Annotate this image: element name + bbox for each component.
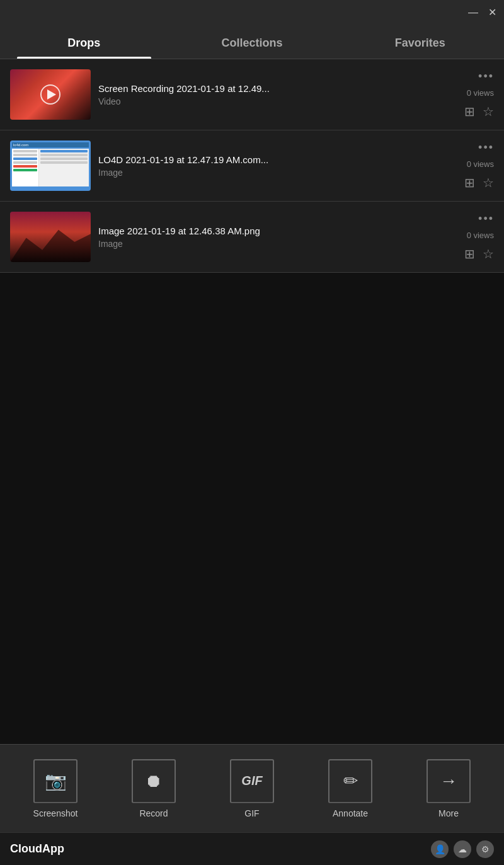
- thumbnail-1[interactable]: [10, 69, 91, 120]
- tree-thumbnail: [10, 212, 91, 262]
- record-icon-wrapper: ⏺: [132, 759, 176, 803]
- more-arrow-icon: →: [440, 771, 457, 791]
- tab-collections[interactable]: Collections: [168, 25, 336, 59]
- views-count-3: 0 views: [467, 231, 494, 240]
- app-name: CloudApp: [10, 842, 64, 856]
- views-count-1: 0 views: [467, 88, 494, 98]
- tool-more[interactable]: → More: [399, 759, 498, 818]
- tab-bar: Drops Collections Favorites: [0, 25, 504, 59]
- more-menu-1[interactable]: •••: [478, 71, 494, 82]
- drops-list: Screen Recording 2021-01-19 at 12.49... …: [0, 59, 504, 865]
- tool-record[interactable]: ⏺ Record: [105, 759, 203, 818]
- thumbnail-2[interactable]: lo4d.com: [10, 140, 91, 191]
- drop-actions-3: ••• 0 views ⊞ ☆: [437, 213, 494, 261]
- add-to-collection-icon-2[interactable]: ⊞: [464, 175, 475, 190]
- bottom-toolbar: 📷 Screenshot ⏺ Record GIF GIF ✏: [0, 744, 504, 832]
- more-menu-2[interactable]: •••: [478, 142, 494, 153]
- drop-info-1: Screen Recording 2021-01-19 at 12.49... …: [91, 83, 437, 106]
- more-icon-wrapper: →: [427, 759, 471, 803]
- drop-actions-1: ••• 0 views ⊞ ☆: [437, 71, 494, 119]
- screenshot-icon: 📷: [45, 770, 67, 791]
- status-bar-right: 👤 ☁ ⚙: [431, 840, 494, 858]
- annotate-icon-wrapper: ✏: [328, 759, 372, 803]
- cloud-icon: ☁: [454, 840, 471, 858]
- screenshot-label: Screenshot: [33, 808, 78, 818]
- more-label: More: [438, 808, 459, 818]
- play-triangle-icon: [47, 89, 56, 100]
- gif-label: GIF: [244, 808, 259, 818]
- add-to-collection-icon-3[interactable]: ⊞: [464, 246, 475, 261]
- tool-annotate[interactable]: ✏ Annotate: [301, 759, 399, 818]
- tab-drops[interactable]: Drops: [0, 25, 168, 59]
- drop-type-3: Image: [98, 239, 430, 249]
- drop-title-2: LO4D 2021-01-19 at 12.47.19 AM.com...: [98, 154, 430, 165]
- action-icons-1: ⊞ ☆: [464, 104, 494, 119]
- annotate-label: Annotate: [333, 808, 368, 818]
- video-thumbnail: [10, 69, 91, 120]
- gif-icon-wrapper: GIF: [230, 759, 274, 803]
- minimize-button[interactable]: —: [468, 8, 478, 18]
- play-button: [40, 84, 60, 105]
- empty-content-area: [0, 273, 504, 744]
- items-container: Screen Recording 2021-01-19 at 12.49... …: [0, 59, 504, 273]
- title-bar: — ✕: [0, 0, 504, 25]
- record-icon: ⏺: [145, 770, 163, 791]
- gif-icon: GIF: [241, 774, 262, 788]
- tool-screenshot[interactable]: 📷 Screenshot: [6, 759, 105, 818]
- drop-type-1: Video: [98, 96, 430, 106]
- action-icons-2: ⊞ ☆: [464, 175, 494, 190]
- add-to-collection-icon-1[interactable]: ⊞: [464, 104, 475, 119]
- annotate-icon: ✏: [343, 770, 358, 791]
- drop-type-2: Image: [98, 168, 430, 178]
- action-icons-3: ⊞ ☆: [464, 246, 494, 261]
- favorite-icon-2[interactable]: ☆: [483, 175, 494, 190]
- tool-gif[interactable]: GIF GIF: [203, 759, 301, 818]
- drop-title-1: Screen Recording 2021-01-19 at 12.49...: [98, 83, 430, 94]
- webpage-thumbnail: lo4d.com: [10, 140, 91, 191]
- user-avatar-icon[interactable]: 👤: [431, 840, 449, 858]
- drop-actions-2: ••• 0 views ⊞ ☆: [437, 142, 494, 190]
- drop-item-1: Screen Recording 2021-01-19 at 12.49... …: [0, 59, 504, 130]
- record-label: Record: [139, 808, 168, 818]
- settings-icon[interactable]: ⚙: [476, 840, 494, 858]
- drop-title-3: Image 2021-01-19 at 12.46.38 AM.png: [98, 226, 430, 236]
- close-button[interactable]: ✕: [488, 8, 496, 18]
- tab-favorites[interactable]: Favorites: [336, 25, 504, 59]
- views-count-2: 0 views: [467, 159, 494, 169]
- drop-item-2: lo4d.com: [0, 130, 504, 202]
- favorite-icon-1[interactable]: ☆: [483, 104, 494, 119]
- main-content: Drops Collections Favorites Scree: [0, 25, 504, 865]
- thumbnail-3[interactable]: [10, 212, 91, 262]
- more-menu-3[interactable]: •••: [478, 213, 494, 224]
- drop-info-2: LO4D 2021-01-19 at 12.47.19 AM.com... Im…: [91, 154, 437, 178]
- drop-item-3: Image 2021-01-19 at 12.46.38 AM.png Imag…: [0, 202, 504, 273]
- screenshot-icon-wrapper: 📷: [33, 759, 77, 803]
- favorite-icon-3[interactable]: ☆: [483, 246, 494, 261]
- drop-info-3: Image 2021-01-19 at 12.46.38 AM.png Imag…: [91, 226, 437, 249]
- status-bar: CloudApp 👤 ☁ ⚙: [0, 832, 504, 865]
